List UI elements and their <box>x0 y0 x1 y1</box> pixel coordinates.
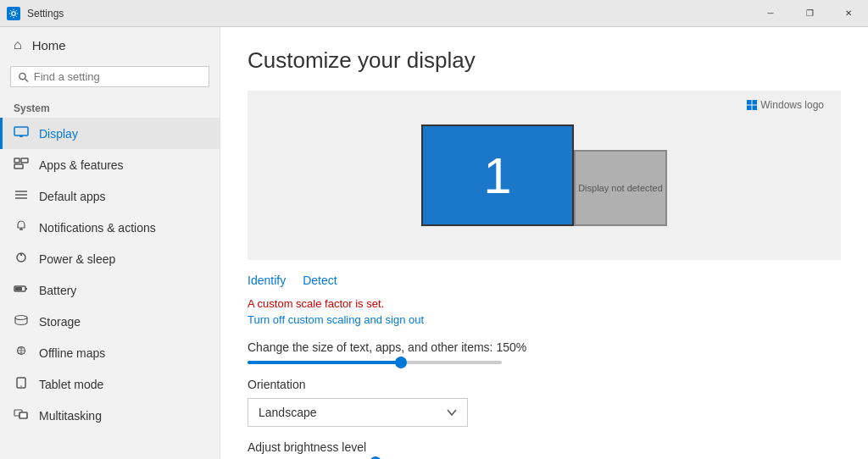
multitasking-label: Multitasking <box>39 409 102 423</box>
svg-point-0 <box>12 11 16 15</box>
sidebar-item-notifications[interactable]: Notifications & actions <box>0 212 220 243</box>
default-apps-icon <box>14 189 29 203</box>
storage-icon <box>14 314 29 329</box>
home-icon <box>14 37 22 53</box>
warning-text: A custom scale factor is set. <box>248 297 841 310</box>
svg-point-1 <box>19 73 25 79</box>
default-apps-label: Default apps <box>39 190 106 203</box>
svg-rect-3 <box>14 127 28 135</box>
display-actions: Identify Detect <box>248 274 841 287</box>
settings-app-icon <box>7 7 20 20</box>
titlebar-title: Settings <box>27 8 64 19</box>
sidebar-item-default-apps[interactable]: Default apps <box>0 180 220 212</box>
orientation-selected: Landscape <box>259 406 317 419</box>
windows-logo-text: Windows logo <box>760 99 824 111</box>
chevron-down-icon <box>447 409 457 416</box>
svg-point-19 <box>15 316 27 320</box>
monitors-row: 1 Display not detected <box>264 124 824 226</box>
offline-maps-label: Offline maps <box>39 346 105 360</box>
search-box <box>10 66 209 87</box>
monitor-not-detected: Display not detected <box>578 183 663 193</box>
svg-rect-29 <box>753 100 758 105</box>
home-label: Home <box>32 38 66 53</box>
battery-label: Battery <box>39 284 76 297</box>
display-icon <box>14 126 29 141</box>
orientation-setting: Orientation Landscape <box>248 378 841 427</box>
display-preview: Windows logo 1 Display not detected <box>248 91 841 260</box>
windows-logo-label: Windows logo <box>747 99 824 111</box>
orientation-dropdown[interactable]: Landscape <box>248 398 468 427</box>
apps-icon <box>14 158 29 172</box>
app-body: Home System Display Apps & features <box>0 27 868 459</box>
sidebar-item-apps[interactable]: Apps & features <box>0 149 220 180</box>
windows-icon <box>747 100 757 110</box>
display-label: Display <box>39 127 78 141</box>
slider-fill <box>248 361 400 364</box>
restore-button[interactable]: ❐ <box>790 0 829 27</box>
svg-rect-28 <box>747 100 752 105</box>
sidebar-item-storage[interactable]: Storage <box>0 306 220 337</box>
svg-line-2 <box>25 79 28 81</box>
page-title: Customize your display <box>248 47 841 74</box>
brightness-setting: Adjust brightness level <box>248 440 841 459</box>
sidebar: Home System Display Apps & features <box>0 27 220 459</box>
minimize-button[interactable]: ─ <box>751 0 790 27</box>
system-section-label: System <box>0 97 220 118</box>
svg-rect-26 <box>19 412 27 418</box>
tablet-label: Tablet mode <box>39 378 103 391</box>
orientation-label: Orientation <box>248 378 841 391</box>
text-size-slider[interactable] <box>248 361 502 364</box>
brightness-label: Adjust brightness level <box>248 440 841 454</box>
slider-thumb[interactable] <box>395 357 407 368</box>
sidebar-item-offline-maps[interactable]: Offline maps <box>0 337 220 368</box>
offline-maps-icon <box>14 346 29 360</box>
svg-point-24 <box>20 385 22 387</box>
storage-label: Storage <box>39 315 81 329</box>
search-input[interactable] <box>34 70 202 83</box>
monitor-primary[interactable]: 1 <box>421 124 574 226</box>
notifications-icon <box>14 220 29 235</box>
svg-rect-30 <box>747 106 752 111</box>
svg-rect-8 <box>14 164 23 169</box>
slider-track <box>248 361 502 364</box>
apps-label: Apps & features <box>39 158 124 172</box>
svg-rect-18 <box>15 287 22 290</box>
svg-rect-6 <box>14 158 19 163</box>
tablet-icon <box>14 377 29 391</box>
sidebar-item-power[interactable]: Power & sleep <box>0 243 220 274</box>
battery-icon <box>14 283 29 297</box>
notifications-label: Notifications & actions <box>39 221 156 235</box>
sidebar-item-home[interactable]: Home <box>0 27 220 63</box>
titlebar-left: Settings <box>7 7 64 20</box>
monitor-number: 1 <box>483 147 511 205</box>
sidebar-item-tablet[interactable]: Tablet mode <box>0 368 220 400</box>
sidebar-item-display[interactable]: Display <box>0 118 220 149</box>
titlebar: Settings ─ ❐ ✕ <box>0 0 868 27</box>
sidebar-item-multitasking[interactable]: Multitasking <box>0 400 220 431</box>
svg-rect-31 <box>753 106 758 111</box>
size-label: Change the size of text, apps, and other… <box>248 340 841 354</box>
power-label: Power & sleep <box>39 252 115 266</box>
main-content: Customize your display Windows logo 1 Di… <box>220 27 868 459</box>
svg-rect-17 <box>25 288 27 290</box>
monitor-secondary[interactable]: Display not detected <box>574 150 667 226</box>
identify-link[interactable]: Identify <box>248 274 286 287</box>
custom-scale-warning: A custom scale factor is set. Turn off c… <box>248 297 841 327</box>
detect-link[interactable]: Detect <box>303 274 337 287</box>
svg-rect-7 <box>21 158 28 163</box>
search-icon <box>18 71 29 83</box>
power-icon <box>14 252 29 266</box>
text-size-setting: Change the size of text, apps, and other… <box>248 340 841 364</box>
close-button[interactable]: ✕ <box>829 0 868 27</box>
titlebar-controls: ─ ❐ ✕ <box>751 0 868 27</box>
multitasking-icon <box>14 408 29 423</box>
turn-off-scaling-link[interactable]: Turn off custom scaling and sign out <box>248 313 424 326</box>
sidebar-item-battery[interactable]: Battery <box>0 274 220 306</box>
